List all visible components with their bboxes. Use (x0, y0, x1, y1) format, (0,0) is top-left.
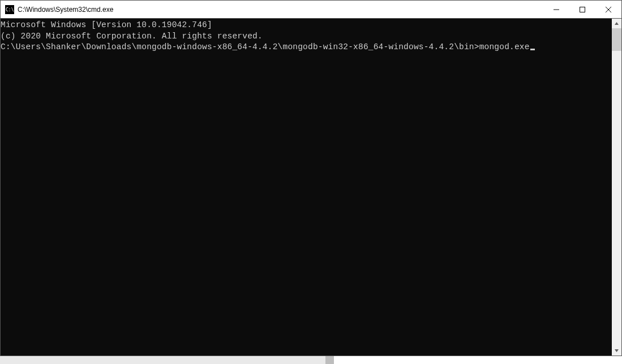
cmd-icon: C:\ (5, 5, 14, 14)
scroll-thumb[interactable] (612, 28, 621, 51)
maximize-button[interactable] (569, 1, 595, 19)
vertical-scrollbar[interactable] (612, 19, 621, 356)
terminal-output[interactable]: Microsoft Windows [Version 10.0.19042.74… (1, 19, 612, 356)
close-button[interactable] (595, 1, 621, 19)
taskbar-segment (325, 356, 334, 364)
svg-marker-7 (615, 349, 619, 352)
taskbar-sliver (0, 356, 622, 364)
svg-marker-6 (615, 22, 619, 25)
scroll-down-button[interactable] (612, 346, 621, 356)
svg-rect-3 (580, 7, 585, 12)
cursor (530, 49, 535, 50)
svg-text:C:\: C:\ (6, 7, 14, 12)
terminal-line: (c) 2020 Microsoft Corporation. All righ… (1, 31, 612, 42)
window-controls (543, 1, 621, 18)
terminal-area: Microsoft Windows [Version 10.0.19042.74… (1, 19, 621, 356)
window-title: C:\Windows\System32\cmd.exe (18, 6, 543, 14)
terminal-line: C:\Users\Shanker\Downloads\mongodb-windo… (1, 42, 612, 53)
minimize-button[interactable] (543, 1, 569, 19)
terminal-line: Microsoft Windows [Version 10.0.19042.74… (1, 20, 612, 31)
scroll-track[interactable] (612, 28, 621, 346)
scroll-up-button[interactable] (612, 19, 621, 28)
cmd-window: C:\ C:\Windows\System32\cmd.exe Microsof… (0, 0, 622, 356)
titlebar[interactable]: C:\ C:\Windows\System32\cmd.exe (1, 1, 621, 19)
taskbar-segment (0, 356, 325, 364)
